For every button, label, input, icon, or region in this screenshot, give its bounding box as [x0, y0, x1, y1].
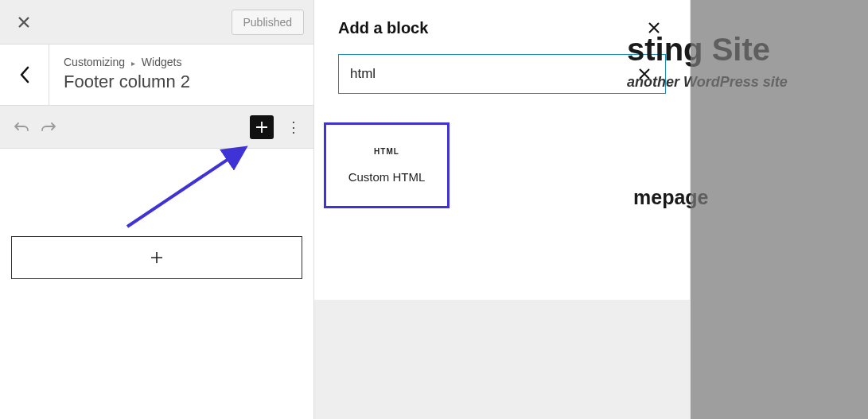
close-customizer-button[interactable]	[10, 8, 38, 37]
breadcrumb: Customizing ▸ Widgets	[64, 56, 299, 68]
popover-title: Add a block	[338, 19, 428, 37]
plus-icon	[255, 121, 268, 134]
customizer-sidebar: Published Customizing ▸ Widgets Footer c…	[0, 0, 314, 419]
sidebar-top-bar: Published	[0, 0, 313, 45]
plus-icon	[150, 250, 164, 265]
publish-status-button[interactable]: Published	[232, 10, 305, 35]
search-input[interactable]	[350, 66, 635, 82]
add-block-appender[interactable]	[11, 236, 302, 279]
block-option-label: Custom HTML	[348, 170, 426, 184]
breadcrumb-root: Customizing	[64, 56, 125, 68]
redo-icon	[41, 121, 56, 134]
html-icon: HTML	[374, 147, 399, 156]
more-options-button[interactable]: ⋮	[282, 115, 306, 139]
more-vertical-icon: ⋮	[286, 118, 301, 136]
add-block-button[interactable]	[250, 115, 274, 139]
section-title: Footer column 2	[64, 72, 299, 92]
redo-button[interactable]	[35, 114, 62, 141]
breadcrumb-row: Customizing ▸ Widgets Footer column 2	[0, 45, 313, 106]
widget-area	[0, 149, 313, 287]
site-preview: sting Site another WordPress site mepage	[691, 0, 868, 419]
block-option-custom-html[interactable]: HTML Custom HTML	[324, 122, 450, 208]
preview-dimmer	[691, 0, 868, 419]
close-icon	[17, 15, 31, 29]
undo-icon	[14, 121, 29, 134]
breadcrumb-labels: Customizing ▸ Widgets Footer column 2	[49, 45, 313, 105]
editor-toolbar: ⋮	[0, 106, 313, 149]
undo-button[interactable]	[8, 114, 35, 141]
block-search-field[interactable]	[338, 54, 666, 94]
chevron-left-icon	[19, 66, 30, 83]
chevron-right-icon: ▸	[131, 59, 135, 68]
back-button[interactable]	[0, 45, 49, 105]
breadcrumb-parent: Widgets	[142, 56, 182, 68]
popover-footer	[314, 300, 690, 419]
